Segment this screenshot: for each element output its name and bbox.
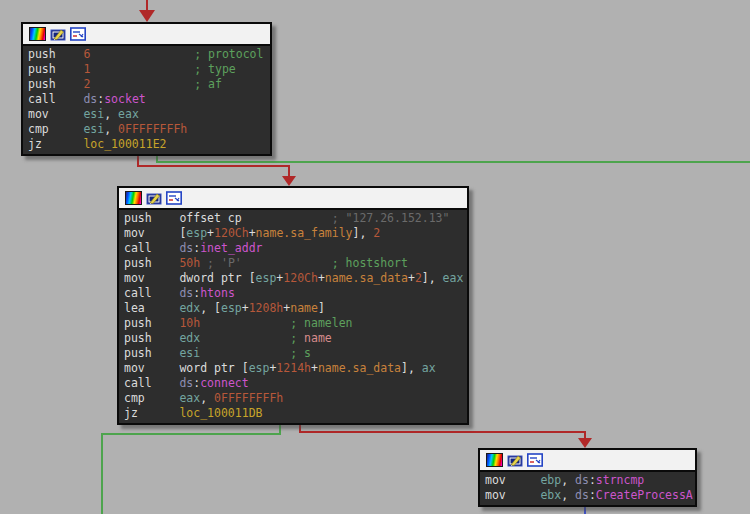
asm-line[interactable]: push esi ; s <box>124 346 467 361</box>
asm-line[interactable]: mov dword ptr [esp+120Ch+name.sa_data+2]… <box>124 271 467 286</box>
asm-line[interactable]: cmp esi, 0FFFFFFFFh <box>28 122 270 137</box>
asm-token <box>200 346 290 360</box>
asm-token: 120Ch <box>214 226 249 240</box>
asm-token: ; type <box>194 62 236 76</box>
asm-token: esi <box>83 122 104 136</box>
color-palette-icon[interactable] <box>486 453 503 467</box>
cond-false-edge-arrowhead-icon <box>282 176 296 186</box>
block-title-bar[interactable] <box>480 450 695 472</box>
asm-token <box>242 211 332 225</box>
asm-token <box>90 47 194 61</box>
asm-token: loc_100011DB <box>179 406 262 420</box>
asm-line[interactable]: mov [esp+120Ch+name.sa_family], 2 <box>124 226 467 241</box>
asm-token: + <box>318 271 325 285</box>
color-palette-icon[interactable] <box>29 27 46 41</box>
asm-token: ds <box>179 241 193 255</box>
asm-token <box>90 77 194 91</box>
color-palette-icon[interactable] <box>125 191 142 205</box>
asm-token: ebp <box>540 473 561 487</box>
disassembly-listing: push 6 ; protocolpush 1 ; typepush 2 ; a… <box>23 46 270 154</box>
asm-line[interactable]: call ds:socket <box>28 92 270 107</box>
edit-pencil-icon[interactable] <box>50 27 66 41</box>
asm-token: 120Ch <box>283 271 318 285</box>
asm-token: 50h <box>179 256 200 270</box>
asm-token: lea <box>124 301 179 315</box>
asm-token: name.sa_data <box>325 271 408 285</box>
asm-line[interactable]: lea edx, [esp+1208h+name] <box>124 301 467 316</box>
asm-token: 2 <box>415 271 422 285</box>
asm-line[interactable]: mov ebx, ds:CreateProcessA <box>485 488 695 503</box>
graph-view-icon[interactable] <box>70 27 86 41</box>
cond-false-edge-middle <box>299 431 586 433</box>
asm-line[interactable]: call ds:htons <box>124 286 467 301</box>
asm-token: cmp <box>124 391 179 405</box>
basic-block-socket[interactable]: push 6 ; protocolpush 1 ; typepush 2 ; a… <box>21 22 272 156</box>
asm-line[interactable]: mov esi, eax <box>28 107 270 122</box>
asm-token: mov <box>28 107 83 121</box>
disassembly-listing: mov ebp, ds:strncmpmov ebx, ds:CreatePro… <box>480 472 695 505</box>
asm-token: jz <box>124 406 179 420</box>
asm-token: call <box>28 92 83 106</box>
asm-token: call <box>124 376 179 390</box>
asm-token: 10h <box>179 316 200 330</box>
asm-token: , [ <box>200 301 221 315</box>
asm-token: edx <box>179 331 200 345</box>
asm-token: ds <box>83 92 97 106</box>
asm-token: , <box>561 473 575 487</box>
asm-token: 0FFFFFFFFh <box>118 122 187 136</box>
asm-token: name <box>304 331 332 345</box>
asm-line[interactable]: push 1 ; type <box>28 62 270 77</box>
basic-block-imports[interactable]: mov ebp, ds:strncmpmov ebx, ds:CreatePro… <box>478 448 697 507</box>
asm-token: htons <box>200 286 235 300</box>
asm-line[interactable]: mov ebp, ds:strncmp <box>485 473 695 488</box>
asm-token: ; 'P' <box>207 256 242 270</box>
asm-line[interactable]: push 50h ; 'P' ; hostshort <box>124 256 467 271</box>
asm-token: esp <box>249 361 270 375</box>
asm-token: 0FFFFFFFFh <box>214 391 283 405</box>
asm-token: mov <box>485 473 540 487</box>
asm-token: ; <box>290 331 304 345</box>
asm-token: + <box>242 301 249 315</box>
asm-token: + <box>207 226 214 240</box>
asm-token: dword ptr [ <box>179 271 255 285</box>
asm-token: socket <box>104 92 146 106</box>
asm-token: loc_100011E2 <box>83 137 166 151</box>
asm-token: esp <box>221 301 242 315</box>
block-title-bar[interactable] <box>119 188 467 210</box>
asm-line[interactable]: call ds:inet_addr <box>124 241 467 256</box>
edit-pencil-icon[interactable] <box>146 191 162 205</box>
asm-line[interactable]: cmp eax, 0FFFFFFFFh <box>124 391 467 406</box>
asm-token: word ptr [ <box>179 361 248 375</box>
asm-line[interactable]: push edx ; name <box>124 331 467 346</box>
asm-line[interactable]: call ds:connect <box>124 376 467 391</box>
asm-token: esi <box>83 107 104 121</box>
asm-token: mov <box>124 271 179 285</box>
asm-line[interactable]: jz loc_100011E2 <box>28 137 270 152</box>
asm-line[interactable]: push 10h ; namelen <box>124 316 467 331</box>
asm-token: + <box>249 226 256 240</box>
basic-block-connect[interactable]: push offset cp ; "127.26.152.13"mov [esp… <box>117 186 469 425</box>
graph-canvas[interactable]: push 6 ; protocolpush 1 ; typepush 2 ; a… <box>0 0 750 514</box>
asm-line[interactable]: push offset cp ; "127.26.152.13" <box>124 211 467 226</box>
asm-token: esi <box>179 346 200 360</box>
asm-line[interactable]: push 2 ; af <box>28 77 270 92</box>
asm-token: name.sa_family <box>256 226 353 240</box>
graph-view-icon[interactable] <box>166 191 182 205</box>
block-title-bar[interactable] <box>23 24 270 46</box>
entry-edge-arrowhead-icon <box>139 10 155 22</box>
asm-token: push <box>124 346 179 360</box>
asm-token: push <box>124 331 179 345</box>
asm-token: push <box>28 77 83 91</box>
asm-token: esp <box>186 226 207 240</box>
graph-view-icon[interactable] <box>527 453 543 467</box>
asm-line[interactable]: jz loc_100011DB <box>124 406 467 421</box>
asm-token <box>200 316 290 330</box>
asm-token: ds <box>575 488 589 502</box>
edit-pencil-icon[interactable] <box>507 453 523 467</box>
asm-token: push <box>28 62 83 76</box>
asm-line[interactable]: mov word ptr [esp+1214h+name.sa_data], a… <box>124 361 467 376</box>
asm-token: offset cp <box>179 211 241 225</box>
asm-token: jz <box>28 137 83 151</box>
asm-token: ; hostshort <box>332 256 408 270</box>
asm-line[interactable]: push 6 ; protocol <box>28 47 270 62</box>
